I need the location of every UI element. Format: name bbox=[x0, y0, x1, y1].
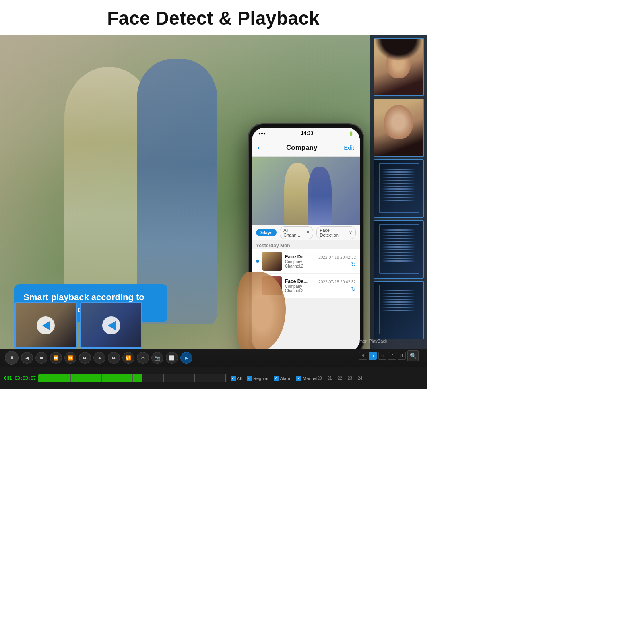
scan-line bbox=[382, 197, 416, 198]
tick bbox=[101, 374, 102, 382]
pause-button[interactable]: ⏸ bbox=[5, 351, 19, 365]
scan-lines-1 bbox=[382, 169, 416, 208]
filter-type-arrow: ∨ bbox=[349, 230, 352, 235]
checkbox-manual[interactable]: ✓ Manual bbox=[296, 376, 317, 381]
prev-button[interactable]: ◀ bbox=[21, 352, 33, 364]
face-thumb-4[interactable] bbox=[374, 220, 424, 279]
rewind-button[interactable]: ⏪ bbox=[64, 352, 76, 364]
phone-signal: ●●● bbox=[258, 131, 266, 136]
check-mark: ✓ bbox=[297, 376, 301, 380]
scan-line bbox=[382, 174, 416, 175]
time-label-24: 24 bbox=[358, 376, 362, 380]
tick bbox=[39, 374, 39, 382]
scan-line bbox=[382, 244, 416, 245]
main-content: Smart playback according to the face det… bbox=[0, 35, 427, 389]
play-button-1[interactable] bbox=[37, 316, 55, 334]
skip-back-button[interactable]: ⏮ bbox=[93, 352, 105, 364]
play-forward-button[interactable]: ▶ bbox=[180, 352, 192, 364]
filter-channel[interactable]: All Chann... ∨ bbox=[280, 226, 313, 239]
scan-line bbox=[382, 260, 416, 262]
face-thumb-3[interactable] bbox=[374, 159, 424, 218]
time-label-23: 23 bbox=[348, 376, 352, 380]
tick bbox=[55, 374, 55, 382]
face-thumb-1[interactable] bbox=[374, 38, 424, 96]
screenshot-button[interactable]: 📷 bbox=[151, 352, 163, 364]
right-time-labels: 20 21 22 23 24 bbox=[317, 376, 423, 380]
phone-list-channel-1: Channel.2 bbox=[285, 264, 315, 268]
num-box-6[interactable]: 6 bbox=[378, 352, 386, 360]
phone-list-info-1: Face De... Company Channel.2 bbox=[285, 254, 315, 268]
right-panel-title: mon PlayBack bbox=[356, 336, 422, 346]
scan-line bbox=[382, 232, 416, 233]
time-label-20: 20 bbox=[317, 376, 322, 380]
phone-date-label: Yesterday Mon bbox=[252, 240, 360, 249]
page-header: Face Detect & Playback bbox=[0, 0, 427, 35]
thumb-video-2[interactable] bbox=[80, 302, 142, 349]
face-photo-1 bbox=[374, 39, 423, 95]
zoom-button[interactable]: ⬜ bbox=[166, 352, 178, 364]
tick bbox=[225, 374, 226, 382]
checkbox-all[interactable]: ✓ All bbox=[231, 376, 242, 381]
time-value: 00:00:07 bbox=[15, 376, 36, 381]
scan-lines-2 bbox=[382, 229, 416, 269]
phone-image-preview bbox=[252, 157, 360, 225]
scan-line bbox=[382, 301, 416, 303]
timeline-track[interactable] bbox=[38, 374, 226, 382]
check-mark: ✓ bbox=[231, 376, 235, 380]
stop-button[interactable]: ⏹ bbox=[35, 352, 47, 364]
checkbox-manual-box[interactable]: ✓ bbox=[296, 376, 301, 381]
tick bbox=[148, 374, 148, 382]
phone-edit-button[interactable]: Edit bbox=[344, 144, 354, 151]
phone-list-sub-2: Company bbox=[285, 284, 315, 289]
controls-bar: ⏸ ◀ ⏹ ⏩ ⏪ ⏭ ⏮ ⏭ 🔁 ✂ 📷 ⬜ ▶ mon PlayBack 4… bbox=[0, 349, 427, 389]
scan-line bbox=[382, 186, 416, 187]
scan-line bbox=[382, 255, 416, 256]
face-scan-1 bbox=[374, 160, 423, 217]
face-thumb-2[interactable] bbox=[374, 99, 424, 157]
tick bbox=[132, 374, 133, 382]
scan-lines-3 bbox=[382, 290, 416, 330]
clip-button[interactable]: ✂ bbox=[137, 352, 149, 364]
checkbox-regular-box[interactable]: ✓ bbox=[247, 376, 252, 381]
tick bbox=[210, 374, 210, 382]
fast-forward-button[interactable]: ⏩ bbox=[50, 352, 62, 364]
checkbox-regular[interactable]: ✓ Regular bbox=[247, 376, 269, 381]
scan-line bbox=[382, 235, 416, 236]
scan-line bbox=[382, 177, 416, 178]
skip-forward-button[interactable]: ⏭ bbox=[79, 352, 91, 364]
scan-line bbox=[382, 307, 416, 308]
play-button-2[interactable] bbox=[102, 316, 120, 334]
filter-channel-label: All Chann... bbox=[283, 228, 305, 237]
phone-back-button[interactable]: ‹ bbox=[258, 144, 260, 151]
thumb-video-1[interactable] bbox=[14, 302, 77, 349]
scan-line bbox=[382, 180, 416, 181]
tick bbox=[163, 374, 164, 382]
num-box-7[interactable]: 7 bbox=[388, 352, 396, 360]
phone-figure-right bbox=[308, 167, 332, 225]
phone-list-refresh-2[interactable]: ↻ bbox=[351, 286, 356, 292]
phone-list-item-1[interactable]: Face De... Company Channel.2 2022-07-18 … bbox=[252, 249, 360, 274]
search-button[interactable]: 🔍 bbox=[407, 350, 419, 361]
phone-list-dot-1 bbox=[256, 260, 259, 263]
scan-line bbox=[382, 293, 416, 294]
filter-days[interactable]: 7days bbox=[256, 229, 277, 236]
checkbox-manual-label: Manual bbox=[303, 376, 317, 381]
play-triangle-2 bbox=[108, 321, 116, 330]
filter-channel-arrow: ∨ bbox=[306, 230, 310, 235]
num-box-4[interactable]: 4 bbox=[359, 352, 367, 360]
face-scan-2 bbox=[374, 221, 423, 278]
num-box-5[interactable]: 5 bbox=[369, 352, 377, 360]
face-thumb-5[interactable] bbox=[374, 281, 424, 339]
checkbox-alarm[interactable]: ✓ Alarm bbox=[274, 376, 292, 381]
phone-list-refresh-1[interactable]: ↻ bbox=[351, 261, 356, 268]
phone-battery: 🔋 bbox=[349, 131, 353, 136]
filter-type[interactable]: Face Detection ∨ bbox=[316, 226, 356, 239]
num-box-8[interactable]: 8 bbox=[398, 352, 406, 360]
phone-status-bar: ●●● 14:33 🔋 bbox=[252, 128, 360, 139]
scan-line bbox=[382, 241, 416, 242]
check-mark: ✓ bbox=[275, 376, 278, 380]
loop-button[interactable]: 🔁 bbox=[122, 352, 134, 364]
next-button[interactable]: ⏭ bbox=[108, 352, 120, 364]
checkbox-all-box[interactable]: ✓ bbox=[231, 376, 236, 381]
checkbox-alarm-box[interactable]: ✓ bbox=[274, 376, 279, 381]
